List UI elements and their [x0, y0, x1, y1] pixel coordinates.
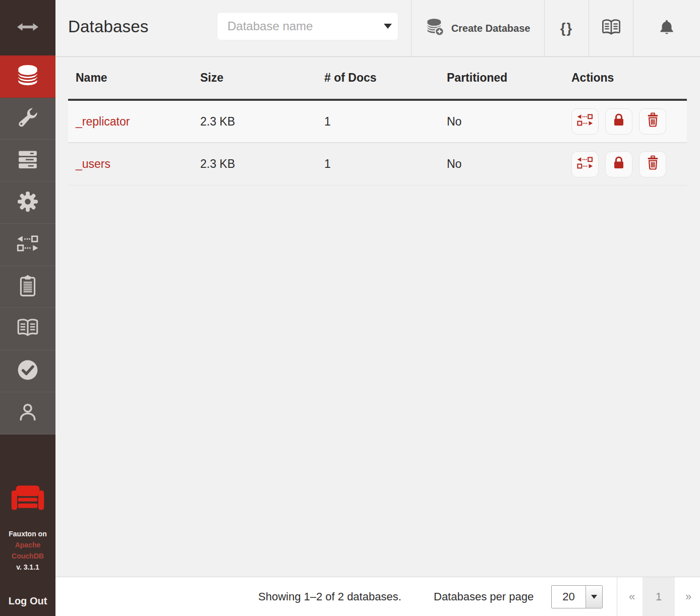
per-page-value: 20: [552, 586, 586, 608]
replicate-icon: [576, 113, 594, 130]
sidebar-item-databases[interactable]: [0, 55, 55, 98]
clipboard-icon: [18, 275, 38, 299]
replicate-icon: [576, 156, 594, 172]
column-header-docs: # of Docs: [317, 71, 439, 85]
user-icon: [17, 401, 38, 424]
database-doc-count: 1: [317, 157, 439, 171]
branding-line-fauxton: Fauxton on: [9, 528, 46, 539]
page-header: Databases: [55, 0, 700, 57]
database-link[interactable]: _replicator: [76, 115, 130, 128]
sidebar-item-account[interactable]: [0, 392, 55, 435]
double-horizontal-arrow-icon: [17, 22, 39, 34]
databases-table: Name Size # of Docs Partitioned Actions …: [68, 57, 687, 186]
create-database-label: Create Database: [451, 23, 531, 34]
pagination-page-1[interactable]: 1: [643, 577, 675, 616]
couchdb-logo-icon: [10, 484, 46, 515]
replicate-database-button[interactable]: [571, 108, 599, 135]
pagination-next-button[interactable]: »: [681, 577, 696, 616]
databases-content: Name Size # of Docs Partitioned Actions …: [55, 57, 700, 577]
lock-icon: [612, 112, 625, 131]
sidebar-item-verify[interactable]: [0, 350, 55, 393]
per-page-select[interactable]: 20: [551, 585, 603, 608]
book-icon: [601, 18, 622, 38]
server-icon: [17, 148, 39, 172]
branding-line-apache: Apache: [9, 539, 46, 550]
trash-icon: [646, 155, 660, 173]
database-partitioned: No: [439, 115, 564, 129]
lock-icon: [612, 155, 625, 173]
sidebar-item-active-tasks[interactable]: [0, 140, 55, 182]
sidebar: Fauxton on Apache CouchDB v. 3.1.1 Log O…: [0, 0, 55, 616]
footer-divider: [617, 577, 617, 616]
book-icon: [16, 318, 40, 340]
fauxton-app: Fauxton on Apache CouchDB v. 3.1.1 Log O…: [0, 0, 700, 616]
sidebar-item-replication[interactable]: [0, 224, 55, 266]
database-size: 2.3 KB: [193, 115, 317, 129]
documentation-button[interactable]: [589, 0, 633, 56]
database-doc-count: 1: [317, 115, 439, 129]
column-header-size: Size: [193, 71, 317, 85]
notifications-button[interactable]: [633, 0, 700, 56]
bell-icon: [658, 18, 676, 38]
delete-database-button[interactable]: [639, 108, 666, 135]
sidebar-item-setup[interactable]: [0, 98, 55, 140]
database-icon: [16, 64, 39, 89]
per-page-label: Databases per page: [434, 577, 534, 616]
database-size: 2.3 KB: [193, 157, 317, 171]
replication-icon: [16, 235, 39, 254]
database-partitioned: No: [439, 157, 564, 171]
column-header-partitioned: Partitioned: [439, 71, 564, 85]
column-header-name: Name: [68, 71, 193, 85]
chevron-down-icon[interactable]: [384, 24, 392, 29]
page-title: Databases: [68, 17, 149, 36]
check-circle-icon: [16, 358, 39, 384]
api-url-button[interactable]: {}: [544, 0, 589, 56]
select-dropdown-button[interactable]: [586, 586, 602, 608]
branding-version: v. 3.1.1: [9, 562, 46, 573]
logout-button[interactable]: Log Out: [9, 595, 47, 607]
wrench-icon: [17, 106, 39, 131]
table-header-row: Name Size # of Docs Partitioned Actions: [68, 57, 687, 101]
sidebar-branding: Fauxton on Apache CouchDB v. 3.1.1 Log O…: [0, 435, 55, 616]
sidebar-item-documentation[interactable]: [0, 308, 55, 350]
set-permissions-button[interactable]: [605, 108, 632, 135]
table-row: _users 2.3 KB 1 No: [68, 143, 687, 186]
database-link[interactable]: _users: [76, 157, 110, 170]
gear-icon: [17, 191, 39, 215]
database-search-input[interactable]: [227, 19, 384, 33]
delete-database-button[interactable]: [639, 151, 666, 177]
json-braces-icon: {}: [560, 21, 573, 36]
pagination-previous-button[interactable]: «: [624, 577, 639, 616]
table-footer: Showing 1–2 of 2 databases. Databases pe…: [55, 577, 700, 616]
set-permissions-button[interactable]: [605, 151, 632, 177]
trash-icon: [646, 112, 660, 131]
database-search-combobox[interactable]: [217, 12, 398, 40]
showing-text: Showing 1–2 of 2 databases.: [258, 577, 401, 616]
sidebar-collapse-button[interactable]: [0, 0, 55, 55]
database-plus-icon: [426, 18, 445, 39]
replicate-database-button[interactable]: [571, 151, 599, 177]
column-header-actions: Actions: [564, 71, 687, 85]
sidebar-item-configuration[interactable]: [0, 182, 55, 224]
create-database-button[interactable]: Create Database: [411, 0, 544, 56]
branding-line-couchdb: CouchDB: [9, 550, 46, 562]
table-row: _replicator 2.3 KB 1 No: [68, 101, 687, 143]
sidebar-item-documents[interactable]: [0, 266, 55, 309]
chevron-down-icon: [591, 595, 597, 599]
